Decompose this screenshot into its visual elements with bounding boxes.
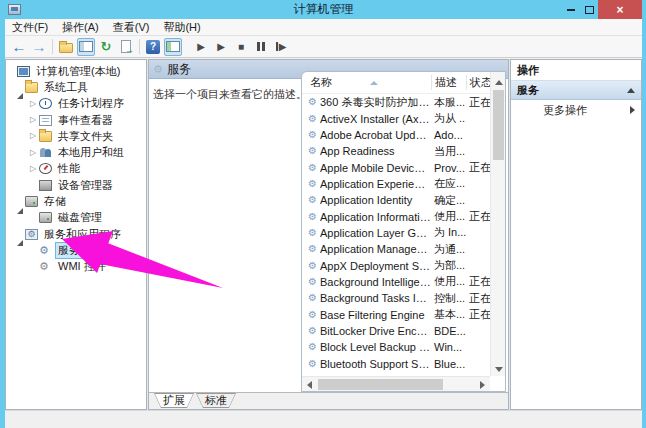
computer-management-window: 计算机管理 × 文件(F) 操作(A) 查看(V) 帮助(H) ← → ↻ ? …: [0, 0, 646, 428]
service-gear-icon: ⚙: [308, 244, 317, 254]
column-header-status[interactable]: 状态: [466, 75, 490, 90]
refresh-icon: ↻: [101, 40, 112, 53]
service-row[interactable]: ⚙Bluetooth Support ServiceBlue...: [302, 356, 490, 372]
collapsed-icon[interactable]: ▷: [28, 149, 38, 157]
service-gear-icon: ⚙: [308, 179, 317, 189]
scroll-left-icon[interactable]: [307, 381, 312, 389]
horizontal-scrollbar[interactable]: [302, 376, 490, 391]
event-viewer-icon: [39, 115, 52, 126]
service-row[interactable]: ⚙AppX Deployment Servic...为部...: [302, 257, 490, 273]
menu-action[interactable]: 操作(A): [55, 19, 106, 35]
service-row[interactable]: ⚙Adobe Acrobat Update S...Ado...: [302, 127, 490, 143]
service-row[interactable]: ⚙Application Information使用...正在...: [302, 208, 490, 224]
menu-help[interactable]: 帮助(H): [156, 19, 207, 35]
service-gear-icon: ⚙: [308, 212, 317, 222]
more-actions-item[interactable]: 更多操作: [511, 100, 641, 120]
service-row[interactable]: ⚙Apple Mobile Device Ser...Prov...正在...: [302, 159, 490, 175]
service-row[interactable]: ⚙BitLocker Drive Encryptio...BDE...: [302, 323, 490, 339]
service-row[interactable]: ⚙Background Tasks Infras...控制...正在...: [302, 290, 490, 306]
column-header-name[interactable]: 名称: [302, 75, 431, 90]
storage-icon: [25, 196, 38, 207]
forward-button[interactable]: →: [30, 38, 48, 56]
expanded-icon[interactable]: [17, 196, 23, 214]
toolbar: ← → ↻ ? ▶ ▶ ■ ▶: [5, 36, 642, 58]
export-list-button[interactable]: [117, 38, 135, 56]
maximize-button[interactable]: [580, 0, 598, 19]
collapsed-icon[interactable]: ▷: [28, 100, 38, 108]
expanded-icon[interactable]: [17, 81, 23, 99]
minimize-icon: [567, 9, 575, 11]
computer-icon: [17, 66, 30, 77]
close-button[interactable]: ×: [598, 0, 642, 19]
console-tree: 计算机管理(本地) 系统工具 ▷ 任务计划程序 ▷ 事件查看器 ▷ 共享文件夹: [5, 59, 147, 410]
menu-file[interactable]: 文件(F): [5, 19, 55, 35]
service-row[interactable]: ⚙Background Intelligent T...使用...正在...: [302, 274, 490, 290]
help-button[interactable]: ?: [144, 38, 162, 56]
service-gear-icon: ⚙: [308, 326, 317, 336]
menu-view[interactable]: 查看(V): [106, 19, 157, 35]
restart-service-button[interactable]: ▶: [272, 38, 290, 56]
back-arrow-icon: ←: [12, 39, 27, 54]
tree-item-disk-management[interactable]: 磁盘管理: [6, 210, 146, 226]
tree-item-local-users[interactable]: ▷ 本地用户和组: [6, 144, 146, 160]
service-row[interactable]: ⚙ActiveX Installer (AxInstSV)为从 ...: [302, 110, 490, 126]
list-column-headers: 名称 描述 状态: [302, 72, 505, 94]
tree-item-performance[interactable]: ▷ 性能: [6, 161, 146, 177]
services-gear-icon: ⚙: [39, 245, 52, 256]
local-users-icon: [39, 147, 52, 158]
scroll-up-icon[interactable]: [495, 80, 503, 85]
back-button[interactable]: ←: [10, 38, 28, 56]
tab-standard[interactable]: 标准: [196, 393, 236, 408]
tree-item-task-scheduler[interactable]: ▷ 任务计划程序: [6, 96, 146, 112]
action-pane-icon: [166, 41, 180, 52]
collapsed-icon[interactable]: ▷: [28, 165, 38, 173]
service-gear-icon: ⚙: [308, 114, 317, 124]
vertical-scroll-thumb[interactable]: [493, 90, 504, 160]
start-service-button[interactable]: ▶: [192, 38, 210, 56]
stop-service-button[interactable]: ■: [232, 38, 250, 56]
service-row[interactable]: ⚙Application Management为通...: [302, 241, 490, 257]
start-service-button-2[interactable]: ▶: [212, 38, 230, 56]
expanded-icon[interactable]: [17, 228, 23, 246]
tree-item-shared-folders[interactable]: ▷ 共享文件夹: [6, 128, 146, 144]
tree-item-computer-management[interactable]: 计算机管理(本地): [6, 63, 146, 79]
minimize-button[interactable]: [562, 0, 580, 19]
scroll-down-icon[interactable]: [495, 367, 503, 372]
service-row[interactable]: ⚙Application Experience在应...: [302, 176, 490, 192]
tree-item-system-tools[interactable]: 系统工具: [6, 79, 146, 95]
tab-extended[interactable]: 扩展: [154, 393, 194, 408]
tree-item-wmi-control[interactable]: ⚙ WMI 控件: [6, 259, 146, 275]
show-console-tree-toggle[interactable]: [77, 38, 95, 56]
collapsed-icon[interactable]: ▷: [28, 116, 38, 124]
title-bar: 计算机管理 ×: [5, 0, 642, 19]
tree-item-storage[interactable]: 存储: [6, 193, 146, 209]
service-row[interactable]: ⚙Application Layer Gatewa...为 In...: [302, 225, 490, 241]
tree-item-device-manager[interactable]: 设备管理器: [6, 177, 146, 193]
collapse-section-icon[interactable]: [627, 88, 635, 93]
tree-item-event-viewer[interactable]: ▷ 事件查看器: [6, 112, 146, 128]
scroll-right-icon[interactable]: [480, 381, 485, 389]
service-row[interactable]: ⚙App Readiness当用...: [302, 143, 490, 159]
column-header-description[interactable]: 描述: [431, 75, 466, 90]
show-action-pane-toggle[interactable]: [164, 38, 182, 56]
actions-services-section[interactable]: 服务: [511, 81, 641, 100]
tree-item-services-and-applications[interactable]: ⚙ 服务和应用程序: [6, 226, 146, 242]
service-row[interactable]: ⚙Application Identity确定...: [302, 192, 490, 208]
up-one-level-button[interactable]: [57, 38, 75, 56]
service-gear-icon: ⚙: [308, 146, 317, 156]
service-gear-icon: ⚙: [308, 261, 317, 271]
service-row[interactable]: ⚙Base Filtering Engine基本...正在...: [302, 306, 490, 322]
tree-item-services[interactable]: ⚙ 服务: [6, 242, 146, 258]
vertical-scrollbar[interactable]: [490, 72, 505, 376]
maximize-icon: [585, 6, 594, 14]
service-gear-icon: ⚙: [308, 163, 317, 173]
forward-arrow-icon: →: [32, 39, 47, 54]
service-row[interactable]: ⚙360 杀毒实时防护加载服务本服...正在...: [302, 94, 490, 110]
collapsed-icon[interactable]: ▷: [28, 132, 38, 140]
refresh-button[interactable]: ↻: [97, 38, 115, 56]
actions-header: 操作: [511, 60, 641, 81]
horizontal-scroll-thumb[interactable]: [318, 379, 443, 390]
service-gear-icon: ⚙: [308, 293, 317, 303]
pause-service-button[interactable]: [252, 38, 270, 56]
service-row[interactable]: ⚙Block Level Backup Engi...Win...: [302, 339, 490, 355]
